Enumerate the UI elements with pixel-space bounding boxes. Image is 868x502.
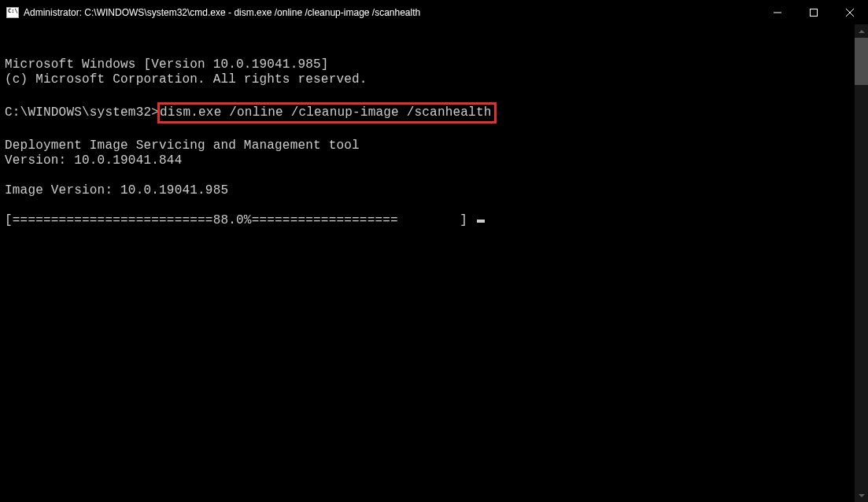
- cmd-icon: [6, 7, 19, 18]
- maximize-icon: [810, 9, 818, 17]
- output-line-1: Microsoft Windows [Version 10.0.19041.98…: [5, 57, 329, 72]
- output-line-4: Version: 10.0.19041.844: [5, 153, 182, 168]
- minimize-button[interactable]: [759, 0, 796, 24]
- chevron-down-icon: [859, 494, 865, 497]
- window-title: Administrator: C:\WINDOWS\system32\cmd.e…: [24, 7, 420, 18]
- terminal-body[interactable]: Microsoft Windows [Version 10.0.19041.98…: [0, 24, 868, 502]
- command-highlight-box: dism.exe /online /cleanup-image /scanhea…: [157, 102, 496, 124]
- maximize-button[interactable]: [796, 0, 832, 24]
- close-button[interactable]: [832, 0, 868, 24]
- output-line-5: Image Version: 10.0.19041.985: [5, 183, 228, 197]
- svg-marker-4: [859, 30, 865, 33]
- close-icon: [846, 9, 854, 17]
- titlebar[interactable]: Administrator: C:\WINDOWS\system32\cmd.e…: [0, 0, 868, 24]
- svg-rect-1: [811, 9, 818, 16]
- cmd-window: Administrator: C:\WINDOWS\system32\cmd.e…: [0, 0, 868, 502]
- cursor: [477, 220, 485, 223]
- progress-bar-line: [==========================88.0%========…: [5, 213, 475, 227]
- command-text: dism.exe /online /cleanup-image /scanhea…: [160, 105, 491, 120]
- vertical-scrollbar[interactable]: [855, 24, 868, 502]
- scrollbar-thumb[interactable]: [855, 38, 868, 85]
- scrollbar-up-button[interactable]: [855, 24, 868, 38]
- titlebar-left: Administrator: C:\WINDOWS\system32\cmd.e…: [0, 7, 420, 18]
- svg-marker-5: [859, 494, 865, 497]
- window-controls: [759, 0, 868, 24]
- terminal-content: Microsoft Windows [Version 10.0.19041.98…: [5, 57, 863, 228]
- prompt-prefix: C:\WINDOWS\system32>: [5, 105, 159, 120]
- output-line-2: (c) Microsoft Corporation. All rights re…: [5, 72, 368, 87]
- chevron-up-icon: [859, 30, 865, 33]
- minimize-icon: [774, 9, 781, 17]
- scrollbar-down-button[interactable]: [855, 489, 868, 502]
- output-line-3: Deployment Image Servicing and Managemen…: [5, 138, 360, 153]
